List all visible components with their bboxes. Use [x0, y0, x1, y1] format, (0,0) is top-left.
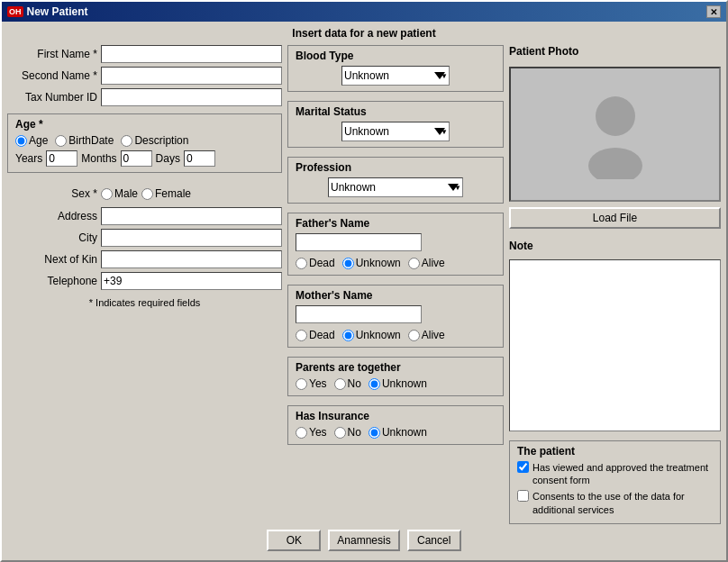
close-button[interactable]: ✕	[706, 5, 721, 18]
telephone-row: Telephone	[7, 272, 282, 290]
next-of-kin-row: Next of Kin	[7, 250, 282, 268]
insurance-unknown-label[interactable]: Unknown	[369, 426, 427, 439]
age-radio-description[interactable]: Description	[121, 134, 188, 147]
ok-button[interactable]: OK	[267, 530, 321, 551]
age-radio-age-input[interactable]	[15, 135, 27, 147]
mother-dead-radio[interactable]	[296, 330, 307, 341]
father-unknown-label[interactable]: Unknown	[342, 257, 401, 269]
tax-number-input[interactable]	[101, 88, 282, 106]
years-label: Years	[15, 152, 42, 165]
mothers-name-label: Mother's Name	[296, 289, 496, 302]
mother-alive-radio[interactable]	[408, 330, 420, 341]
note-label: Note	[509, 240, 721, 252]
father-dead-radio[interactable]	[296, 258, 307, 269]
has-insurance-box: Has Insurance Yes No Unknown	[287, 405, 504, 445]
address-input[interactable]	[101, 207, 282, 225]
father-unknown-radio[interactable]	[342, 258, 354, 269]
right-panel: Patient Photo Load File Note The patient	[509, 45, 721, 524]
mother-alive-label[interactable]: Alive	[408, 329, 445, 341]
profession-box: Profession Unknown	[287, 157, 504, 204]
parents-unknown-radio[interactable]	[369, 378, 380, 390]
consent1-text: Has viewed and approved the treatment co…	[532, 461, 713, 487]
marital-status-select[interactable]: Unknown Single Married Divorced Widowed	[341, 122, 450, 141]
telephone-input[interactable]	[101, 272, 282, 290]
next-of-kin-input[interactable]	[101, 250, 282, 268]
father-status-radio-group: Dead Unknown Alive	[296, 257, 496, 269]
patient-photo-box	[509, 67, 721, 202]
city-row: City	[7, 229, 282, 247]
patient-consent-box: The patient Has viewed and approved the …	[509, 440, 721, 524]
svg-point-0	[596, 96, 635, 136]
insurance-unknown-radio[interactable]	[369, 427, 380, 439]
years-input[interactable]	[46, 150, 77, 167]
sex-female-radio[interactable]	[141, 188, 153, 200]
patient-consent-title: The patient	[517, 445, 713, 458]
insurance-yes-radio[interactable]	[296, 427, 307, 439]
anamnesis-button[interactable]: Anamnesis	[328, 530, 399, 551]
has-insurance-label: Has Insurance	[296, 410, 496, 422]
cancel-button[interactable]: Cancel	[407, 530, 461, 551]
consent1-checkbox[interactable]	[517, 461, 529, 473]
marital-status-box: Marital Status Unknown Single Married Di…	[287, 101, 504, 148]
sex-male-label[interactable]: Male	[101, 187, 138, 200]
father-dead-label[interactable]: Dead	[296, 257, 335, 269]
first-name-row: First Name *	[7, 45, 282, 63]
age-radio-birthdate[interactable]: BirthDate	[55, 134, 114, 147]
months-input[interactable]	[121, 150, 152, 167]
insurance-yes-label[interactable]: Yes	[296, 426, 327, 439]
app-icon: OH	[7, 6, 23, 17]
note-textarea[interactable]	[509, 259, 721, 431]
mothers-name-box: Mother's Name Dead Unknown Alive	[287, 285, 504, 348]
dialog-content: Insert data for a new patient First Name…	[2, 22, 726, 560]
first-name-label: First Name *	[7, 48, 97, 60]
sex-male-radio[interactable]	[101, 188, 113, 200]
mother-unknown-label[interactable]: Unknown	[342, 329, 401, 341]
mother-unknown-radio[interactable]	[342, 330, 354, 341]
days-label: Days	[156, 152, 180, 165]
address-label: Address	[7, 210, 97, 222]
dialog-title: New Patient	[27, 5, 88, 18]
parents-together-box: Parents are together Yes No Unknown	[287, 357, 504, 396]
consent2-checkbox[interactable]	[517, 490, 529, 502]
sex-label: Sex *	[7, 187, 97, 200]
profession-label: Profession	[296, 161, 496, 174]
blood-type-label: Blood Type	[296, 50, 496, 62]
days-input[interactable]	[184, 150, 215, 167]
mother-dead-label[interactable]: Dead	[296, 329, 335, 341]
sex-row: Sex * Male Female	[7, 187, 282, 200]
parents-together-label: Parents are together	[296, 361, 496, 374]
parents-yes-label[interactable]: Yes	[296, 377, 327, 390]
age-radio-group: Age BirthDate Description	[15, 134, 274, 147]
left-panel: First Name * Second Name * Tax Number ID…	[7, 45, 282, 524]
bottom-button-bar: OK Anamnesis Cancel	[7, 524, 721, 555]
load-file-button[interactable]: Load File	[509, 207, 721, 229]
profession-select[interactable]: Unknown	[328, 177, 463, 197]
address-row: Address	[7, 207, 282, 225]
sex-female-label[interactable]: Female	[141, 187, 191, 200]
fathers-name-input[interactable]	[296, 233, 422, 251]
parents-no-radio[interactable]	[334, 378, 346, 390]
blood-type-select[interactable]: Unknown A+A- B+B- AB+AB- O+O-	[341, 66, 450, 86]
father-alive-label[interactable]: Alive	[408, 257, 445, 269]
telephone-label: Telephone	[7, 275, 97, 287]
avatar-icon	[579, 89, 651, 179]
parents-unknown-label[interactable]: Unknown	[369, 377, 427, 390]
father-alive-radio[interactable]	[408, 258, 420, 269]
insurance-no-label[interactable]: No	[334, 426, 361, 439]
second-name-input[interactable]	[101, 67, 282, 85]
dialog-subtitle: Insert data for a new patient	[7, 27, 721, 40]
mothers-name-input[interactable]	[296, 305, 422, 323]
age-radio-birthdate-input[interactable]	[55, 135, 67, 147]
insurance-radio-group: Yes No Unknown	[296, 426, 496, 439]
city-input[interactable]	[101, 229, 282, 247]
blood-type-box: Blood Type Unknown A+A- B+B- AB+AB- O+O-	[287, 45, 504, 92]
months-label: Months	[81, 152, 116, 165]
parents-yes-radio[interactable]	[296, 378, 307, 390]
title-bar: OH New Patient ✕	[2, 2, 726, 22]
insurance-no-radio[interactable]	[334, 427, 346, 439]
parents-no-label[interactable]: No	[334, 377, 361, 390]
first-name-input[interactable]	[101, 45, 282, 63]
age-radio-age[interactable]: Age	[15, 134, 48, 147]
tax-number-label: Tax Number ID	[7, 91, 97, 104]
age-radio-description-input[interactable]	[121, 135, 132, 147]
